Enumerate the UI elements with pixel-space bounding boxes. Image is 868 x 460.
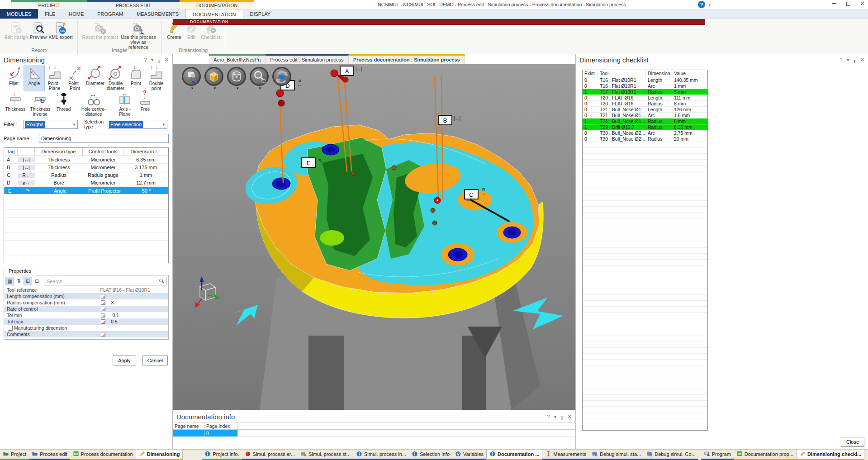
- taskbar-item-debug-simul-sta-[interactable]: oDebug simul. sta...: [589, 450, 644, 460]
- checklist-row[interactable]: 0T21 : Bull_Nose Ø1...Length126 mm: [583, 107, 707, 113]
- 3d-canvas[interactable]: A|↔|Dø↔B|↔|E↖CR← ▼▼▼▼: [173, 64, 575, 410]
- taskbar-item-program[interactable]: Program: [701, 450, 734, 460]
- taskbar-item-process-documentation[interactable]: NCProcess documentation: [70, 450, 136, 460]
- property-row-tol-min[interactable]: Tol min-0.1: [4, 312, 168, 318]
- category-view-icon[interactable]: ▦: [6, 277, 14, 285]
- column-header[interactable]: Tool: [598, 70, 646, 77]
- table-row[interactable]: Dø↔BoreMicrometer12.7 mm: [4, 179, 168, 187]
- viewport-tab[interactable]: Process edit : Simulation process: [266, 54, 349, 64]
- table-row[interactable]: E↷AngleProfil Projector50 °: [4, 187, 168, 194]
- filter-dropdown[interactable]: Roughs▼: [24, 120, 78, 129]
- close-window-icon[interactable]: ✕: [860, 1, 864, 6]
- checklist-row[interactable]: 0T21 : Bull_Nose Ø1...Arc1.6 mm: [583, 113, 707, 119]
- context-tab-project[interactable]: PROJECT: [11, 0, 87, 9]
- checklist-row[interactable]: 0T30 : Bull_Nose Ø2...Arc2.75 mm: [583, 130, 707, 136]
- edit-flag-icon[interactable]: [101, 307, 105, 311]
- zoom-button[interactable]: [250, 67, 269, 86]
- property-row-tol-max[interactable]: Tol max0.5: [4, 318, 168, 325]
- taskbar-item-dimensioning[interactable]: Dimensioning: [136, 450, 183, 460]
- pin-icon[interactable]: ┰: [560, 414, 564, 419]
- page-index-cell[interactable]: 0: [204, 430, 238, 436]
- tool-thread[interactable]: ↕Thread: [53, 91, 74, 117]
- checklist-row[interactable]: 0T20 : FLAT Ø16Radius8 mm: [583, 101, 707, 107]
- chevron-down-icon[interactable]: ▼: [227, 87, 248, 90]
- taskbar-item-variables[interactable]: Variables: [452, 450, 486, 460]
- tab-modules[interactable]: MODULES: [0, 9, 38, 19]
- 3d-scene[interactable]: A|↔|Dø↔B|↔|E↖CR←: [173, 64, 575, 410]
- column-header[interactable]: Dimension type: [35, 148, 83, 156]
- taskbar-item-documentation-[interactable]: Documentation ...: [486, 450, 542, 460]
- collapse-icon[interactable]: ▾: [151, 57, 154, 62]
- dimension-tag-B[interactable]: B|↔|: [438, 115, 460, 125]
- search-input[interactable]: [44, 277, 166, 285]
- refresh-view-button[interactable]: [272, 67, 291, 86]
- taskbar-item-project-info-[interactable]: Project info.: [202, 450, 242, 460]
- collapse-icon[interactable]: ⊟: [33, 277, 41, 285]
- column-header[interactable]: Control Tools: [83, 148, 123, 156]
- tab-documentation[interactable]: DOCUMENTATION: [185, 9, 243, 19]
- collapse-icon[interactable]: ▾: [554, 414, 557, 419]
- help-icon[interactable]: ?: [144, 57, 147, 62]
- page-name-cell[interactable]: [173, 430, 204, 436]
- taskbar-item-debug-simul-co-[interactable]: oDebug simul. Co...: [644, 450, 698, 460]
- taskbar-item-dimensioning-checkl-[interactable]: Dimensioning checkl...: [796, 450, 864, 460]
- column-header[interactable]: Exist: [583, 70, 598, 77]
- property-row-length-compensation-mm-[interactable]: Length compensation (mm): [4, 293, 168, 299]
- pin-icon[interactable]: ┰: [853, 57, 856, 62]
- column-header[interactable]: Dimension t...: [123, 148, 168, 156]
- tool-thickness-inverse[interactable]: ↑↻Thickness inverse: [27, 91, 53, 117]
- column-header[interactable]: Page index: [204, 422, 238, 429]
- checklist-row[interactable]: 1T17 : Flat Ø10R1Radius5 mm: [583, 89, 707, 95]
- viewport-tab[interactable]: Aero_Buterffly.NcsPrj: [209, 54, 266, 64]
- tool-angle[interactable]: ↔Angle: [24, 65, 44, 91]
- page-name-input[interactable]: [39, 134, 169, 143]
- edit-flag-icon[interactable]: [101, 294, 105, 299]
- close-icon[interactable]: ✕: [165, 57, 169, 62]
- checklist-row[interactable]: 1T29 : Drill Ø12.7Radius6.35 mm: [583, 124, 707, 130]
- stock-view-button[interactable]: [227, 67, 246, 86]
- edit-flag-icon[interactable]: [101, 313, 105, 318]
- tab-home[interactable]: HOME: [62, 9, 90, 19]
- table-row[interactable]: A|↔|ThicknessMicrometer6.35 mm: [4, 156, 168, 164]
- table-row[interactable]: B|↔|ThicknessMicrometer3.175 mm: [4, 164, 168, 171]
- tool-diameter[interactable]: ↗↙Diameter: [85, 65, 105, 91]
- tab-measurements[interactable]: MEASUREMENTS: [130, 9, 185, 19]
- taskbar-item-simul-process-er-[interactable]: Simul. process er...: [242, 450, 298, 460]
- taskbar-item-simul-process-in-[interactable]: Simul. process in...: [353, 450, 409, 460]
- edit-flag-icon[interactable]: [101, 300, 105, 305]
- table-row[interactable]: CR←RadiusRaduis gauge1 mm: [4, 171, 168, 179]
- expand-icon[interactable]: ⊞: [24, 277, 32, 285]
- column-header[interactable]: Page name: [173, 422, 204, 429]
- context-tab-process-edit[interactable]: PROCESS EDIT: [87, 0, 180, 9]
- tool-point[interactable]: ↓Point: [126, 65, 146, 91]
- chevron-down-icon[interactable]: ▼: [250, 87, 270, 90]
- checklist-row[interactable]: 0T30 : Bull_Nose Ø2...Radius20 mm: [583, 136, 707, 142]
- pin-icon[interactable]: ┰: [157, 57, 161, 62]
- close-icon[interactable]: ✕: [860, 57, 864, 62]
- sort-az-icon[interactable]: ⇅: [15, 277, 23, 285]
- taskbar-item-project[interactable]: Project: [0, 450, 29, 460]
- taskbar-item-documentation-prop-[interactable]: NCDocumentation prop...: [734, 450, 796, 460]
- tool-axis-plane[interactable]: ↔Axis - Plane: [114, 91, 136, 117]
- cancel-button[interactable]: Cancel: [142, 356, 168, 365]
- viewport-tab[interactable]: Process documentation : Simulation proce…: [349, 54, 465, 64]
- help-icon[interactable]: ?: [547, 414, 550, 419]
- taskbar-item-selection-info[interactable]: Selection info: [409, 450, 452, 460]
- collapse-icon[interactable]: ▾: [847, 57, 849, 62]
- column-header[interactable]: [18, 148, 35, 156]
- help-caret-icon[interactable]: ▾: [709, 3, 711, 7]
- checkbox[interactable]: [8, 326, 13, 331]
- chevron-down-icon[interactable]: ▼: [182, 87, 203, 90]
- taskbar-item-measurements[interactable]: Measurements: [542, 450, 589, 460]
- tool-point-plane[interactable]: ↓↓Point - Plane: [44, 65, 65, 91]
- preview-button[interactable]: Preview: [30, 21, 47, 40]
- tool-point-point[interactable]: ↔Point - Point: [65, 65, 85, 91]
- selection-type-dropdown[interactable]: Free selection▼: [108, 120, 167, 129]
- taskbar-item-process-edit[interactable]: Process edit: [29, 450, 70, 460]
- maximize-icon[interactable]: [846, 2, 850, 6]
- checklist-row[interactable]: 0T16 : Flat Ø10R1Length140.35 mm: [583, 77, 707, 83]
- checklist-row[interactable]: 0T16 : Flat Ø10R1Arc1 mm: [583, 83, 707, 89]
- context-tab-documentation[interactable]: DOCUMENTATION: [180, 0, 254, 9]
- properties-tab[interactable]: Properties: [4, 267, 36, 275]
- column-header[interactable]: Value: [672, 70, 707, 77]
